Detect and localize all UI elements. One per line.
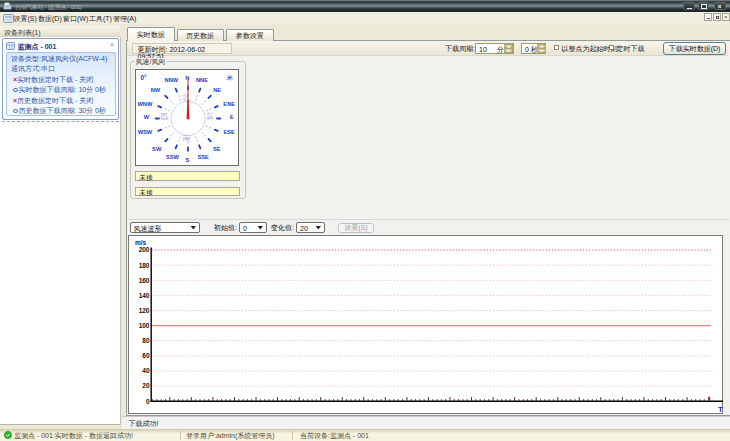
svg-text:160: 160 — [139, 277, 150, 284]
svg-text:N: N — [185, 75, 189, 81]
svg-text:0°: 0° — [141, 74, 148, 81]
svg-text:140: 140 — [139, 292, 150, 299]
svg-text:180: 180 — [139, 262, 150, 269]
svg-text:WSW: WSW — [138, 129, 153, 135]
svg-text:ESE: ESE — [224, 129, 236, 135]
svg-text:100: 100 — [139, 322, 150, 329]
svg-text:ENE: ENE — [223, 101, 235, 107]
svg-text:E: E — [230, 114, 234, 120]
svg-text:NE: NE — [213, 87, 221, 93]
svg-text:60: 60 — [142, 352, 150, 359]
svg-text:SSE: SSE — [198, 154, 210, 160]
svg-text:S: S — [186, 157, 190, 163]
svg-text:NW: NW — [151, 87, 161, 93]
svg-text:WNW: WNW — [137, 101, 152, 107]
svg-text:SE: SE — [213, 146, 221, 152]
svg-text:米: 米 — [227, 74, 234, 81]
svg-text:40: 40 — [142, 367, 150, 374]
svg-text:东: 东 — [206, 112, 214, 121]
svg-text:T: T — [718, 406, 723, 413]
svg-text:西: 西 — [160, 112, 168, 121]
svg-text:80: 80 — [142, 337, 150, 344]
svg-text:20: 20 — [142, 382, 150, 389]
svg-text:NNE: NNE — [196, 77, 208, 83]
svg-text:SW: SW — [152, 146, 162, 152]
svg-text:200: 200 — [139, 246, 150, 253]
svg-text:0: 0 — [146, 398, 150, 405]
svg-text:南: 南 — [182, 134, 191, 143]
svg-text:120: 120 — [139, 307, 150, 314]
svg-text:W: W — [144, 114, 150, 120]
svg-text:m/s: m/s — [135, 239, 147, 246]
svg-text:NNW: NNW — [165, 77, 179, 83]
svg-text:北: 北 — [181, 93, 190, 102]
svg-text:SSW: SSW — [166, 154, 180, 160]
